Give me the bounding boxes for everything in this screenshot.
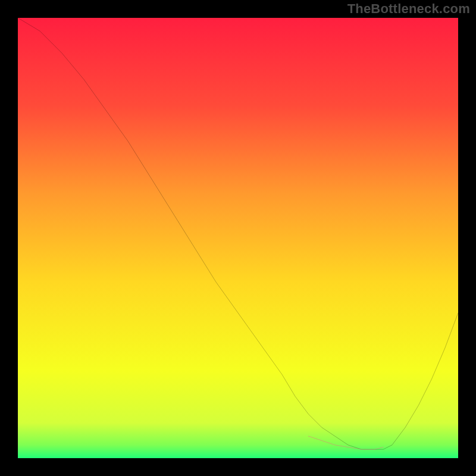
chart-svg [18, 18, 458, 458]
plot-area [18, 18, 458, 458]
watermark-text: TheBottleneck.com [347, 1, 470, 17]
gradient-rect [18, 18, 458, 458]
chart-frame: TheBottleneck.com [0, 0, 476, 476]
